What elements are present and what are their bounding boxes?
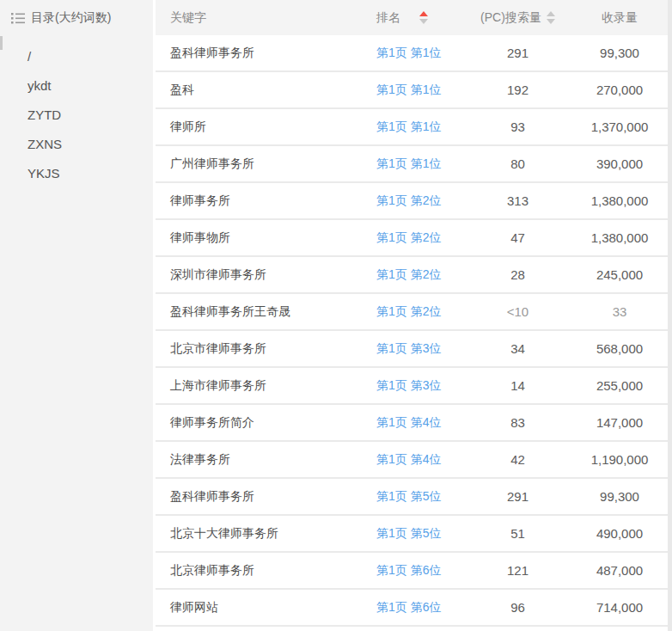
keyword-cell: 盈科律师事务所 — [156, 489, 376, 505]
rank-link[interactable]: 第1页 第2位 — [376, 230, 468, 246]
indexed-volume-cell: 1,190,000 — [567, 452, 672, 467]
search-volume-cell: 192 — [468, 83, 567, 97]
column-header-indexed: 收录量 — [567, 10, 672, 26]
rank-link[interactable]: 第1页 第2位 — [376, 304, 468, 320]
sort-asc-icon[interactable] — [419, 11, 428, 16]
keyword-cell: 法律事务所 — [156, 452, 376, 468]
indexed-volume-cell: 714,000 — [567, 600, 672, 615]
rank-link[interactable]: 第1页 第4位 — [376, 452, 468, 468]
rank-link[interactable]: 第1页 第6位 — [376, 600, 468, 616]
rank-link[interactable]: 第1页 第1位 — [376, 119, 468, 135]
table-header-row: 关键字 排名 (PC)搜索量 收录量 — [156, 0, 672, 35]
table-row: 盈科律师事务所 第1页 第5位 291 99,300 — [156, 479, 672, 516]
keyword-rank-table: 关键字 排名 (PC)搜索量 收录量 盈科律师事务所 第1页 第1位 291 9… — [156, 0, 672, 631]
sidebar: 目录(大约词数) / ykdt ZYTD ZXNS YKJS — [0, 0, 153, 631]
sidebar-title: 目录(大约词数) — [31, 10, 111, 26]
search-volume-cell: 34 — [468, 341, 567, 356]
search-volume-cell: 313 — [468, 193, 567, 208]
sidebar-items: / ykdt ZYTD ZXNS YKJS — [0, 35, 153, 187]
list-icon — [11, 12, 25, 24]
sidebar-header: 目录(大约词数) — [0, 0, 153, 35]
keyword-cell: 深圳市律师事务所 — [156, 267, 376, 283]
keyword-cell: 盈科律师事务所 — [156, 46, 376, 61]
search-volume-cell: 47 — [468, 230, 567, 245]
sidebar-item-ykdt[interactable]: ykdt — [0, 70, 153, 100]
search-volume-cell: 80 — [468, 156, 567, 171]
sidebar-scrollbar-thumb[interactable] — [0, 36, 3, 50]
keyword-cell: 律师所 — [156, 119, 376, 135]
indexed-volume-cell: 99,300 — [567, 46, 672, 60]
column-header-search-volume-label: (PC)搜索量 — [480, 10, 541, 26]
table-row: 律师所 第1页 第1位 93 1,370,000 — [156, 109, 672, 146]
keyword-cell: 北京十大律师事务所 — [156, 526, 376, 542]
sort-toggle-rank[interactable] — [419, 11, 428, 24]
search-volume-cell: 291 — [468, 46, 567, 60]
keyword-cell: 盈科律师事务所王奇晟 — [156, 304, 376, 320]
indexed-volume-cell: 487,000 — [567, 563, 672, 578]
search-volume-cell: <10 — [468, 304, 567, 319]
sidebar-item-ykjs[interactable]: YKJS — [0, 158, 153, 187]
column-header-rank[interactable]: 排名 — [376, 10, 468, 26]
vertical-scrollbar-track[interactable] — [668, 0, 672, 631]
indexed-volume-cell: 1,370,000 — [567, 119, 672, 134]
keyword-cell: 上海市律师事务所 — [156, 378, 376, 394]
sort-desc-icon[interactable] — [419, 19, 428, 24]
indexed-volume-cell: 1,380,000 — [567, 230, 672, 245]
sidebar-item-root[interactable]: / — [0, 41, 153, 70]
search-volume-cell: 51 — [468, 526, 567, 541]
rank-link[interactable]: 第1页 第6位 — [376, 563, 468, 579]
rank-link[interactable]: 第1页 第1位 — [376, 156, 468, 172]
keyword-cell: 律师网站 — [156, 600, 376, 616]
indexed-volume-cell: 99,300 — [567, 489, 672, 504]
rank-link[interactable]: 第1页 第1位 — [376, 46, 468, 61]
search-volume-cell: 291 — [468, 489, 567, 504]
rank-link[interactable]: 第1页 第4位 — [376, 415, 468, 431]
table-row: 上海市律师事务所 第1页 第3位 14 255,000 — [156, 368, 672, 405]
column-header-keyword: 关键字 — [156, 10, 376, 26]
table-row: 北京十大律师事务所 第1页 第5位 51 490,000 — [156, 516, 672, 553]
search-volume-cell: 96 — [468, 600, 567, 615]
table-row: 盈科 第1页 第1位 192 270,000 — [156, 72, 672, 109]
search-volume-cell: 14 — [468, 378, 567, 393]
sort-asc-icon[interactable] — [547, 11, 555, 16]
indexed-volume-cell: 147,000 — [567, 415, 672, 430]
indexed-volume-cell: 568,000 — [567, 341, 672, 356]
table-row: 北京律师事务所 第1页 第6位 121 487,000 — [156, 553, 672, 590]
table-row: 律师事务所简介 第1页 第4位 83 147,000 — [156, 405, 672, 442]
column-header-rank-label: 排名 — [376, 10, 400, 26]
column-header-search-volume[interactable]: (PC)搜索量 — [468, 10, 567, 26]
search-volume-cell: 93 — [468, 119, 567, 134]
indexed-volume-cell: 255,000 — [567, 378, 672, 393]
keyword-cell: 北京市律师事务所 — [156, 341, 376, 357]
table-row: 律师网站 第1页 第6位 96 714,000 — [156, 590, 672, 627]
sort-desc-icon[interactable] — [547, 19, 555, 24]
indexed-volume-cell: 270,000 — [567, 83, 672, 97]
indexed-volume-cell: 490,000 — [567, 526, 672, 541]
sidebar-item-zxns[interactable]: ZXNS — [0, 129, 153, 158]
rank-link[interactable]: 第1页 第2位 — [376, 267, 468, 283]
keyword-cell: 广州律师事务所 — [156, 156, 376, 172]
rank-link[interactable]: 第1页 第5位 — [376, 526, 468, 542]
table-row: 北京市律师事务所 第1页 第3位 34 568,000 — [156, 331, 672, 368]
keyword-cell: 律师事务所简介 — [156, 415, 376, 431]
table-row: 盈科律师事务所王奇晟 第1页 第2位 <10 33 — [156, 294, 672, 331]
table-row: 深圳市律师事务所 第1页 第2位 28 245,000 — [156, 257, 672, 294]
table-row: 律师事务所 第1页 第2位 313 1,380,000 — [156, 183, 672, 220]
keyword-cell: 律师事物所 — [156, 230, 376, 246]
keyword-cell: 盈科 — [156, 83, 376, 98]
keyword-cell: 律师事务所 — [156, 193, 376, 209]
rank-link[interactable]: 第1页 第5位 — [376, 489, 468, 505]
rank-link[interactable]: 第1页 第2位 — [376, 193, 468, 209]
search-volume-cell: 28 — [468, 267, 567, 282]
rank-link[interactable]: 第1页 第3位 — [376, 341, 468, 357]
search-volume-cell: 121 — [468, 563, 567, 578]
table-row: 法律事务所 第1页 第4位 42 1,190,000 — [156, 442, 672, 479]
rank-link[interactable]: 第1页 第3位 — [376, 378, 468, 394]
table-row: 广州律师事务所 第1页 第1位 80 390,000 — [156, 146, 672, 183]
table-body: 盈科律师事务所 第1页 第1位 291 99,300 盈科 第1页 第1位 19… — [156, 35, 672, 627]
sidebar-item-zytd[interactable]: ZYTD — [0, 100, 153, 129]
sort-toggle-search-volume[interactable] — [547, 11, 555, 24]
keyword-cell: 北京律师事务所 — [156, 563, 376, 579]
rank-link[interactable]: 第1页 第1位 — [376, 83, 468, 98]
search-volume-cell: 42 — [468, 452, 567, 467]
